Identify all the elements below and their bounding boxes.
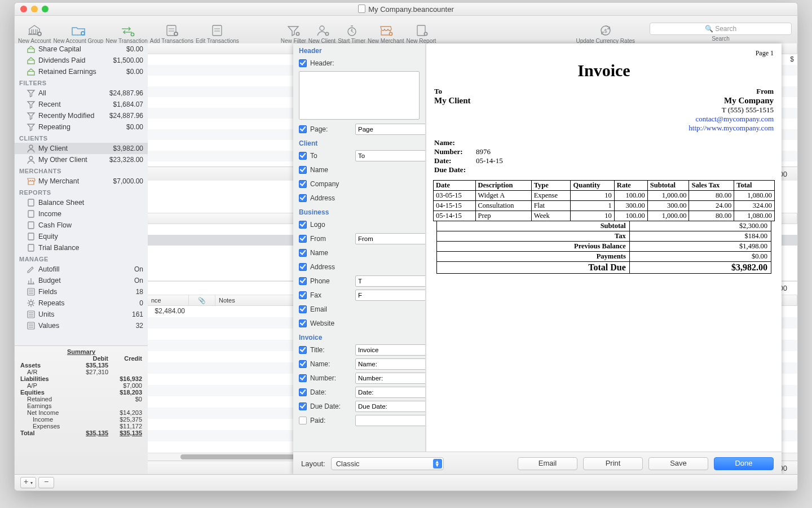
checkbox-icon[interactable] (299, 166, 307, 174)
remove-button[interactable]: − (38, 477, 54, 488)
checkbox-icon[interactable] (299, 59, 307, 67)
checkbox-icon[interactable] (299, 235, 307, 243)
start-timer-button[interactable]: Start Timer (338, 23, 365, 44)
prop-field[interactable] (355, 150, 426, 161)
sidebar-item-manage[interactable]: Fields18 (15, 286, 148, 297)
add-button[interactable]: + ▾ (20, 477, 36, 488)
prop-company[interactable]: Company (293, 177, 425, 191)
checkbox-icon[interactable] (299, 319, 307, 327)
prop-field[interactable] (355, 401, 426, 412)
sidebar-item-manage[interactable]: BudgetOn (15, 275, 148, 286)
prop-field[interactable] (355, 415, 426, 426)
sidebar-item-account[interactable]: Dividends Paid$1,500.00 (15, 55, 148, 66)
prop-page[interactable]: Page: (293, 122, 425, 136)
new-filter-button[interactable]: New Filter (281, 23, 306, 44)
prop-duedate[interactable]: Due Date: (293, 399, 425, 413)
prop-field[interactable] (355, 387, 426, 398)
checkbox-icon[interactable] (299, 374, 307, 382)
sidebar-item-report[interactable]: Trial Balance (15, 242, 148, 253)
sidebar-item-manage[interactable]: Values32 (15, 320, 148, 331)
prop-name[interactable]: Name: (293, 357, 425, 371)
checkbox-icon[interactable] (299, 360, 307, 368)
sidebar-item-filter[interactable]: Recently Modified$24,887.96 (15, 110, 148, 121)
sidebar-item-filter[interactable]: All$24,887.96 (15, 87, 148, 99)
prop-logo[interactable]: Logo (293, 217, 425, 231)
checkbox-icon[interactable] (299, 263, 307, 271)
prop-website[interactable]: Website (293, 316, 425, 330)
sidebar-item-merchant[interactable]: My Merchant$7,000.00 (15, 176, 148, 187)
toolbar-search[interactable]: 🔍 SearchSearch (650, 23, 792, 42)
new-transaction-button[interactable]: New Transaction (105, 23, 147, 44)
sidebar-item-account[interactable]: Retained Earnings$0.00 (15, 66, 148, 77)
sidebar-item-report[interactable]: Cash Flow (15, 220, 148, 231)
prop-address[interactable]: Address (293, 191, 425, 205)
prop-field[interactable] (355, 344, 426, 356)
prop-fax[interactable]: Fax (293, 288, 425, 302)
sidebar-item-client[interactable]: My Client$3,982.00 (15, 143, 148, 154)
prop-field[interactable] (355, 373, 426, 384)
header-textarea[interactable] (299, 71, 420, 120)
prop-address[interactable]: Address (293, 260, 425, 274)
prop-header[interactable]: Header: (293, 56, 425, 70)
checkbox-icon[interactable] (299, 402, 307, 410)
new-account-group-button[interactable]: New Account Group (53, 23, 103, 44)
email-button[interactable]: Email (518, 457, 577, 470)
prop-from[interactable]: From (293, 231, 425, 246)
invoice-preview[interactable]: Page 1 Invoice To My Client From My Comp… (426, 43, 782, 452)
sidebar-item-filter[interactable]: Recent$1,684.07 (15, 99, 148, 110)
col-nce[interactable]: nce (148, 295, 189, 305)
prop-paid[interactable]: Paid: (293, 413, 425, 427)
sidebar-item-manage[interactable]: AutofillOn (15, 264, 148, 275)
page-plus-icon (411, 23, 431, 38)
checkbox-icon[interactable] (299, 417, 307, 424)
print-button[interactable]: Print (583, 457, 643, 470)
checkbox-icon[interactable] (299, 194, 307, 202)
done-button[interactable]: Done (714, 457, 774, 470)
from-email[interactable]: contact@mycompany.com (695, 115, 774, 123)
layout-popup[interactable]: Classic▲▼ (331, 457, 444, 470)
checkbox-icon[interactable] (299, 277, 307, 285)
prop-title[interactable]: Title: (293, 343, 425, 357)
new-client-button[interactable]: New Client (308, 23, 336, 44)
prop-name[interactable]: Name (293, 246, 425, 260)
prop-number[interactable]: Number: (293, 371, 425, 385)
checkbox-icon[interactable] (299, 305, 307, 313)
prop-email[interactable]: Email (293, 302, 425, 316)
sidebar-item-report[interactable]: Balance Sheet (15, 197, 148, 208)
page-field[interactable] (355, 124, 426, 135)
prop-date[interactable]: Date: (293, 385, 425, 399)
checkbox-icon[interactable] (299, 125, 307, 133)
checkbox-icon[interactable] (299, 152, 307, 160)
sidebar-item-client[interactable]: My Other Client$23,328.00 (15, 154, 148, 165)
new-report-button[interactable]: New Report (407, 23, 436, 44)
sidebar-item-manage[interactable]: Repeats0 (15, 297, 148, 309)
sidebar-item-report[interactable]: Equity (15, 231, 148, 242)
prop-field[interactable] (355, 358, 426, 370)
sidebar-item-report[interactable]: Income (15, 208, 148, 220)
checkbox-icon[interactable] (299, 346, 307, 354)
checkbox-icon[interactable] (299, 388, 307, 396)
sidebar-item-manage[interactable]: Units161 (15, 309, 148, 320)
add-transactions-button[interactable]: Add Transactions (150, 23, 193, 44)
prop-name[interactable]: Name (293, 163, 425, 177)
save-button[interactable]: Save (648, 457, 708, 470)
update-rates-button[interactable]: $Update Currency Rates (576, 23, 636, 44)
checkbox-icon[interactable] (299, 180, 307, 188)
prop-field[interactable] (355, 290, 426, 301)
properties-panel[interactable]: Header Header: Page: Client ToNameCompan… (293, 43, 426, 452)
prop-phone[interactable]: Phone (293, 274, 425, 288)
new-account-button[interactable]: New Account (18, 23, 51, 44)
sidebar-item-filter[interactable]: Repeating$0.00 (15, 121, 148, 133)
search-input[interactable]: 🔍 Search (650, 23, 792, 35)
sidebar-item-account[interactable]: Share Capital$0.00 (15, 43, 148, 55)
prop-field[interactable] (355, 275, 426, 287)
edit-transactions-button[interactable]: Edit Transactions (196, 23, 239, 44)
checkbox-icon[interactable] (299, 249, 307, 257)
checkbox-icon[interactable] (299, 291, 307, 299)
from-website[interactable]: http://www.mycompany.com (689, 124, 774, 132)
new-merchant-button[interactable]: New Merchant (368, 23, 404, 44)
prop-to[interactable]: To (293, 148, 425, 163)
prop-field[interactable] (355, 233, 426, 244)
col-attachment-icon[interactable]: 📎 (189, 295, 215, 305)
checkbox-icon[interactable] (299, 221, 307, 229)
